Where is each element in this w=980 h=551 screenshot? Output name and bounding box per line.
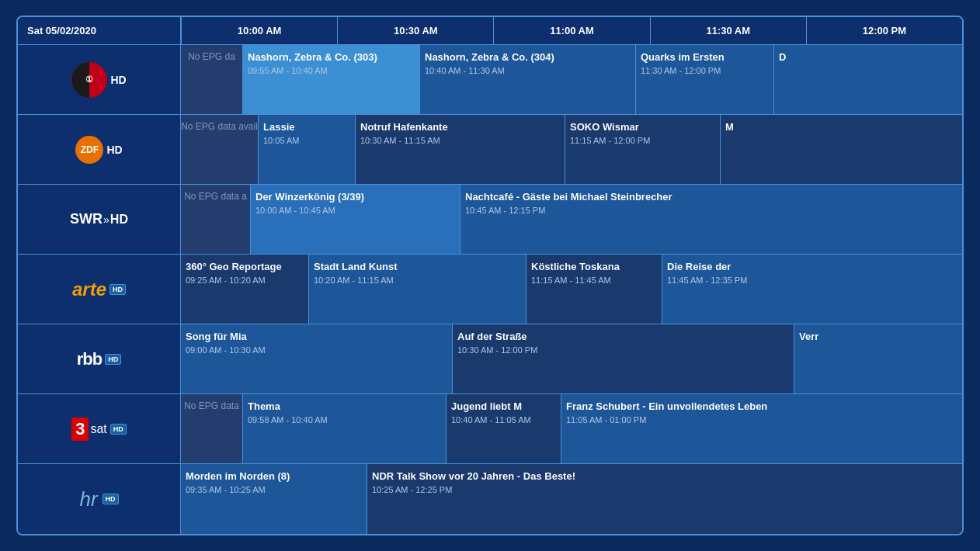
channel-logo-swr: SWR » HD bbox=[18, 185, 181, 254]
time-slot-3: 11:00 AM bbox=[493, 17, 649, 44]
program-time: 09:25 AM - 10:20 AM bbox=[186, 276, 304, 285]
arte-hd-badge: HD bbox=[109, 284, 126, 295]
program-rbb-partial[interactable]: Verr bbox=[794, 324, 962, 393]
programs-3sat: No EPG data Thema 09:58 AM - 10:40 AM Ju… bbox=[181, 394, 962, 463]
sat-label: sat bbox=[90, 422, 106, 436]
program-winzerkoenig[interactable]: Der Winzerkönig (3/39) 10:00 AM - 10:45 … bbox=[251, 185, 460, 254]
program-auf-der-strasse[interactable]: Auf der Straße 10:30 AM - 12:00 PM bbox=[453, 324, 794, 393]
program-time: 11:05 AM - 01:00 PM bbox=[566, 415, 957, 425]
program-morden-norden[interactable]: Morden im Norden (8) 09:35 AM - 10:25 AM bbox=[181, 464, 367, 534]
programs-ard: No EPG da Nashorn, Zebra & Co. (303) 09:… bbox=[181, 45, 962, 114]
program-thema[interactable]: Thema 09:58 AM - 10:40 AM bbox=[243, 394, 447, 463]
program-title: Quarks im Ersten bbox=[641, 51, 769, 63]
program-time: 11:15 AM - 11:45 AM bbox=[531, 276, 657, 285]
program-ard-partial[interactable]: D bbox=[774, 45, 962, 114]
program-title: Die Reise der bbox=[667, 261, 957, 272]
program-title: Nashorn, Zebra & Co. (304) bbox=[425, 51, 631, 63]
program-time: 10:30 AM - 11:15 AM bbox=[360, 136, 560, 145]
program-time: 10:30 AM - 12:00 PM bbox=[457, 345, 789, 355]
channel-row-3sat: 3 sat HD No EPG data Thema 09:58 AM - 10… bbox=[18, 394, 962, 464]
header-date: Sat 05/02/2020 bbox=[18, 17, 181, 44]
arte-label: arte bbox=[72, 279, 106, 300]
program-title: Lassie bbox=[263, 121, 350, 133]
program-time: 10:00 AM - 10:45 AM bbox=[255, 206, 455, 215]
program-time: 09:58 AM - 10:40 AM bbox=[248, 415, 441, 425]
epg-grid: Sat 05/02/2020 10:00 AM 10:30 AM 11:00 A… bbox=[16, 16, 964, 535]
channel-row-swr: SWR » HD No EPG data a Der Winzerkönig (… bbox=[18, 185, 962, 255]
program-reise[interactable]: Die Reise der 11:45 AM - 12:35 PM bbox=[662, 255, 962, 324]
program-time: 11:45 AM - 12:35 PM bbox=[667, 276, 957, 285]
program-kostliche[interactable]: Köstliche Toskana 11:15 AM - 11:45 AM bbox=[526, 255, 662, 324]
hr-label: hr bbox=[79, 487, 97, 511]
program-zdf-partial[interactable]: M bbox=[721, 115, 962, 184]
channel-logo-arte: arte HD bbox=[18, 255, 181, 324]
programs-zdf: No EPG data avail Lassie 10:05 AM Notruf… bbox=[181, 115, 962, 184]
program-time: 10:45 AM - 12:15 PM bbox=[465, 206, 957, 215]
program-nashorn-304[interactable]: Nashorn, Zebra & Co. (304) 10:40 AM - 11… bbox=[420, 45, 636, 114]
program-no-epg-3sat[interactable]: No EPG data bbox=[181, 394, 243, 463]
program-time: 11:30 AM - 12:00 PM bbox=[641, 66, 769, 75]
three-box: 3 bbox=[71, 418, 89, 441]
program-title: Verr bbox=[799, 331, 957, 342]
program-stadt-land[interactable]: Stadt Land Kunst 10:20 AM - 11:15 AM bbox=[309, 255, 526, 324]
channel-row-hr: hr HD Morden im Norden (8) 09:35 AM - 10… bbox=[18, 464, 962, 534]
channel-logo-ard: ① HD bbox=[18, 45, 181, 114]
programs-swr: No EPG data a Der Winzerkönig (3/39) 10:… bbox=[181, 185, 962, 254]
channel-logo-zdf: ZDF HD bbox=[18, 115, 181, 184]
program-song-mia[interactable]: Song für Mia 09:00 AM - 10:30 AM bbox=[181, 324, 453, 393]
program-nachtcafe[interactable]: Nachtcafé - Gäste bei Michael Steinbrech… bbox=[460, 185, 962, 254]
channel-row-arte: arte HD 360° Geo Reportage 09:25 AM - 10… bbox=[18, 255, 962, 324]
program-notruf[interactable]: Notruf Hafenkante 10:30 AM - 11:15 AM bbox=[356, 115, 565, 184]
program-title: Der Winzerkönig (3/39) bbox=[255, 191, 455, 203]
program-title: Stadt Land Kunst bbox=[314, 261, 521, 272]
program-lassie[interactable]: Lassie 10:05 AM bbox=[259, 115, 356, 184]
program-no-epg-ard[interactable]: No EPG da bbox=[181, 45, 243, 114]
program-360-geo[interactable]: 360° Geo Reportage 09:25 AM - 10:20 AM bbox=[181, 255, 309, 324]
program-time: 09:00 AM - 10:30 AM bbox=[186, 345, 447, 355]
program-ndr-talkshow[interactable]: NDR Talk Show vor 20 Jahren - Das Beste!… bbox=[367, 464, 962, 534]
rbb-label: rbb bbox=[77, 349, 102, 369]
program-title: D bbox=[779, 51, 957, 63]
program-time: 10:20 AM - 11:15 AM bbox=[314, 276, 521, 285]
swr-label: SWR bbox=[70, 211, 103, 227]
program-time: 10:25 AM - 12:25 PM bbox=[372, 485, 957, 494]
channel-row-ard: ① HD No EPG da Nashorn, Zebra & Co. (303… bbox=[18, 45, 962, 115]
zdf-circle: ZDF bbox=[75, 136, 103, 164]
zdf-label: HD bbox=[106, 144, 122, 156]
program-title: Köstliche Toskana bbox=[531, 261, 657, 272]
program-time: 10:05 AM bbox=[263, 136, 350, 145]
program-title: 360° Geo Reportage bbox=[186, 261, 304, 272]
3sat-hd-badge: HD bbox=[110, 424, 127, 435]
program-title: SOKO Wismar bbox=[570, 121, 715, 133]
channel-logo-3sat: 3 sat HD bbox=[18, 394, 181, 463]
program-nashorn-303[interactable]: Nashorn, Zebra & Co. (303) 09:55 AM - 10… bbox=[243, 45, 420, 114]
channel-row-rbb: rbb HD Song für Mia 09:00 AM - 10:30 AM … bbox=[18, 324, 962, 394]
program-jugend[interactable]: Jugend liebt M 10:40 AM - 11:05 AM bbox=[447, 394, 561, 463]
program-title: Nachtcafé - Gäste bei Michael Steinbrech… bbox=[465, 191, 957, 203]
program-time: 10:40 AM - 11:30 AM bbox=[425, 66, 631, 75]
program-no-epg-swr[interactable]: No EPG data a bbox=[181, 185, 251, 254]
program-quarks[interactable]: Quarks im Ersten 11:30 AM - 12:00 PM bbox=[636, 45, 774, 114]
program-time: 09:55 AM - 10:40 AM bbox=[248, 66, 415, 75]
program-title: Nashorn, Zebra & Co. (303) bbox=[248, 51, 415, 63]
program-time: 09:35 AM - 10:25 AM bbox=[186, 485, 362, 494]
program-time: 10:40 AM - 11:05 AM bbox=[451, 415, 556, 425]
program-franz-schubert[interactable]: Franz Schubert - Ein unvollendetes Leben… bbox=[561, 394, 962, 463]
program-title: NDR Talk Show vor 20 Jahren - Das Beste! bbox=[372, 470, 957, 482]
channel-logo-rbb: rbb HD bbox=[18, 324, 181, 393]
swr-arrows-icon: » bbox=[103, 213, 109, 226]
program-title: Thema bbox=[248, 400, 441, 412]
time-slot-1: 10:00 AM bbox=[181, 17, 337, 44]
swr-hd-label: HD bbox=[110, 213, 128, 227]
time-slot-5: 12:00 PM bbox=[806, 17, 962, 44]
program-title: M bbox=[725, 121, 957, 133]
program-title: Auf der Straße bbox=[457, 331, 789, 342]
time-slot-2: 10:30 AM bbox=[337, 17, 493, 44]
program-title: Notruf Hafenkante bbox=[360, 121, 560, 133]
program-title: Song für Mia bbox=[186, 331, 447, 342]
program-no-epg-zdf[interactable]: No EPG data avail bbox=[181, 115, 259, 184]
rbb-hd-badge: HD bbox=[105, 354, 121, 365]
programs-hr: Morden im Norden (8) 09:35 AM - 10:25 AM… bbox=[181, 464, 962, 534]
program-soko[interactable]: SOKO Wismar 11:15 AM - 12:00 PM bbox=[565, 115, 721, 184]
programs-arte: 360° Geo Reportage 09:25 AM - 10:20 AM S… bbox=[181, 255, 962, 324]
